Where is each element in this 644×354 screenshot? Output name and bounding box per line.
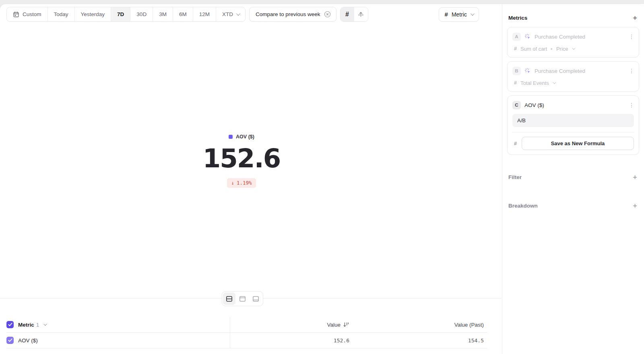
metrics-section-title: Metrics <box>508 15 527 21</box>
big-number-block: AOV ($) 152.6 ↓ 1.19% <box>0 133 483 188</box>
toolbar: Custom Today Yesterday 7D 30D 3M 6M 12M … <box>6 7 479 22</box>
calendar-icon <box>13 11 19 18</box>
metric-count: 1 <box>36 322 39 328</box>
value-header-cell[interactable]: Value <box>230 322 349 328</box>
kebab-menu-icon[interactable]: ⋮ <box>629 34 634 39</box>
number-type-icon: # <box>514 141 517 146</box>
date-range-label: 3M <box>159 11 167 17</box>
chevron-down-icon <box>572 46 575 49</box>
formula-card-header: C AOV ($) ⋮ <box>512 100 634 110</box>
number-format-toggle[interactable]: # <box>341 7 354 21</box>
metric-card-a-header: A Purchase Completed ⋮ <box>512 32 634 41</box>
arrow-up-bar-icon <box>357 11 364 18</box>
add-metric-button[interactable]: + <box>632 14 638 22</box>
panel-layout-toggle <box>222 291 263 306</box>
filter-section-header: Filter + <box>507 173 639 181</box>
add-breakdown-button[interactable]: + <box>632 202 638 210</box>
filter-section-title: Filter <box>508 174 522 180</box>
layout-chart-only-button[interactable] <box>236 292 249 305</box>
date-range-label: Custom <box>23 11 41 17</box>
date-range-3m[interactable]: 3M <box>153 7 173 21</box>
legend-swatch <box>229 135 233 139</box>
metric-measure-row[interactable]: # Total Events <box>512 79 634 87</box>
triangle-separator-icon: ▸ <box>551 47 553 51</box>
metric-dropdown-button[interactable]: # Metric <box>439 7 479 22</box>
date-range-control: Custom Today Yesterday 7D 30D 3M 6M 12M … <box>6 7 246 22</box>
results-table: Metric 1 Value Value (Past) <box>6 317 487 348</box>
value-past-header-cell[interactable]: Value (Past) <box>349 322 487 328</box>
change-percent: 1.19% <box>237 180 252 186</box>
date-range-label: Yesterday <box>81 11 105 17</box>
date-range-7d-selected[interactable]: 7D <box>111 7 130 21</box>
layout-table-only-button[interactable] <box>250 292 262 305</box>
metric-badge: B <box>512 67 521 75</box>
table-header-row: Metric 1 Value Value (Past) <box>6 317 487 333</box>
chevron-down-icon <box>553 80 556 84</box>
metric-card-a[interactable]: A Purchase Completed ⋮ # Sum of cart ▸ P… <box>507 27 639 58</box>
date-range-yesterday[interactable]: Yesterday <box>74 7 111 21</box>
metric-dropdown-label: Metric <box>452 11 467 18</box>
formula-card-c[interactable]: C AOV ($) ⋮ # Save as New Formula <box>507 95 639 155</box>
card-divider <box>512 132 634 132</box>
row-value-past-cell: 154.5 <box>349 338 487 344</box>
value-past-column-title: Value (Past) <box>454 322 484 328</box>
big-number-value: 152.6 <box>0 146 483 171</box>
arrow-down-icon: ↓ <box>231 180 234 186</box>
metric-column-title[interactable]: Metric <box>18 322 34 328</box>
metric-card-b[interactable]: B Purchase Completed ⋮ # Total Events <box>507 61 639 92</box>
add-filter-button[interactable]: + <box>632 173 638 181</box>
date-range-label: 12M <box>199 11 210 17</box>
metric-badge: A <box>512 33 521 41</box>
compare-chip[interactable]: Compare to previous week <box>249 7 336 22</box>
breakdown-section-title: Breakdown <box>508 203 538 209</box>
legend-label: AOV ($) <box>236 134 254 140</box>
formula-input[interactable] <box>512 114 634 127</box>
measure-label: Total Events <box>520 80 549 86</box>
sort-descending-icon <box>343 322 349 327</box>
row-checkbox[interactable] <box>6 337 14 344</box>
change-badge: ↓ 1.19% <box>227 178 256 188</box>
metric-card-b-header: B Purchase Completed ⋮ <box>512 66 634 76</box>
row-metric-cell: AOV ($) <box>6 333 230 348</box>
date-range-30d[interactable]: 30D <box>130 7 153 21</box>
event-sparkle-icon <box>524 68 531 74</box>
chevron-down-icon <box>236 12 240 16</box>
table-row[interactable]: AOV ($) 152.6 154.5 <box>6 333 487 348</box>
metrics-section-header: Metrics + <box>507 14 639 22</box>
value-display-toggle: # <box>340 7 368 22</box>
kebab-menu-icon[interactable]: ⋮ <box>629 102 634 108</box>
layout-split-view-button[interactable] <box>223 292 235 305</box>
close-circle-icon[interactable] <box>324 11 331 18</box>
number-type-icon: # <box>514 80 517 86</box>
compare-chip-label: Compare to previous week <box>256 11 320 17</box>
save-as-new-formula-button[interactable]: Save as New Formula <box>522 137 634 150</box>
metric-measure-row[interactable]: # Sum of cart ▸ Price <box>512 45 634 53</box>
date-range-label: XTD <box>222 11 233 17</box>
date-range-custom[interactable]: Custom <box>7 7 47 21</box>
formula-actions-row: # Save as New Formula <box>512 137 634 150</box>
kebab-menu-icon[interactable]: ⋮ <box>629 68 634 74</box>
chevron-down-icon <box>471 12 475 16</box>
measure-property-label: Price <box>556 46 568 52</box>
annotations-toggle[interactable] <box>354 7 368 21</box>
date-range-6m[interactable]: 6M <box>173 7 193 21</box>
row-value-cell: 152.6 <box>230 338 349 344</box>
query-builder-sidebar: Metrics + A Purchase Completed ⋮ # Sum o… <box>502 4 644 354</box>
metric-header-cell: Metric 1 <box>6 317 230 332</box>
date-range-xtd[interactable]: XTD <box>216 7 245 21</box>
date-range-label: 30D <box>136 11 147 17</box>
value-column-title: Value <box>327 322 341 328</box>
chart-area: AOV ($) 152.6 ↓ 1.19% <box>0 22 502 298</box>
date-range-label: 6M <box>179 11 187 17</box>
select-all-checkbox[interactable] <box>6 321 14 328</box>
metric-event-name: Purchase Completed <box>535 34 585 40</box>
row-metric-label: AOV ($) <box>18 338 38 344</box>
date-range-12m[interactable]: 12M <box>193 7 216 21</box>
chart-only-icon <box>239 296 246 302</box>
event-sparkle-icon <box>524 33 531 40</box>
formula-name: AOV ($) <box>524 102 544 108</box>
date-range-today[interactable]: Today <box>47 7 74 21</box>
hash-icon: # <box>345 11 349 18</box>
chevron-down-icon[interactable] <box>43 322 47 325</box>
table-only-icon <box>252 296 259 302</box>
